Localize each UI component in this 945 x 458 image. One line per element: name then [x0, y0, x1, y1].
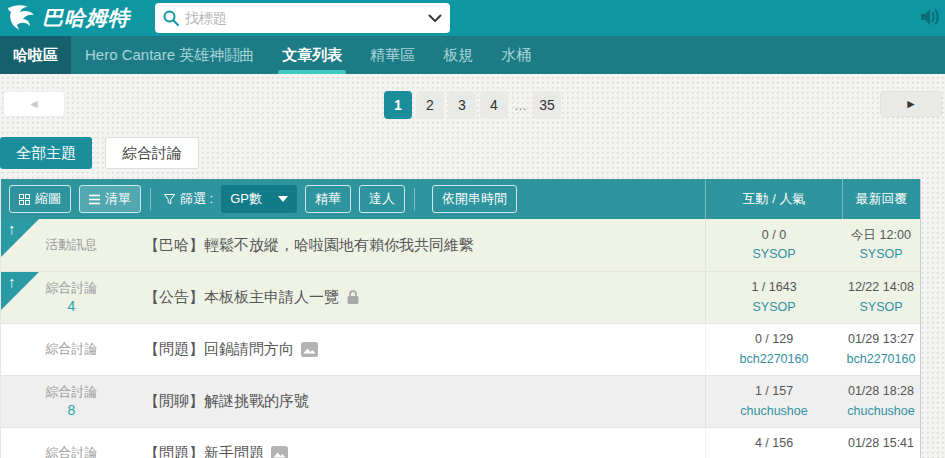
chevron-down-icon[interactable]: [428, 14, 442, 23]
author-link[interactable]: blackcat1765: [737, 454, 811, 458]
table-row: 綜合討論 8 【閒聊】解謎挑戰的序號 1 / 157 chuchushoe 01…: [1, 375, 920, 427]
sort-by-time-button[interactable]: 依開串時間: [432, 185, 517, 213]
interaction-cell: 1 / 1643 SYSOP: [705, 272, 842, 323]
reply-count-badge: 4: [68, 297, 76, 315]
topic-filter-tabs: 全部主題 綜合討論: [0, 137, 945, 169]
interaction-count: 4 / 156: [755, 434, 793, 453]
search-icon: [163, 10, 179, 26]
list-icon: [89, 194, 100, 205]
latest-reply-user-link[interactable]: SYSOP: [859, 245, 902, 264]
page-button-2[interactable]: 2: [416, 91, 444, 119]
toolbar-divider: [414, 188, 415, 210]
latest-reply-time: 12/22 14:08: [848, 278, 914, 297]
grid-icon: [19, 194, 30, 205]
nav-item-rules[interactable]: 板規: [429, 36, 487, 74]
topic-title-link[interactable]: 【公告】本板板主申請人一覽: [144, 288, 339, 307]
table-toolbar: 縮圖 清單 篩選 : GP數 精華 達人 依開串時間 互動 / 人氣 最新回覆: [1, 179, 920, 219]
interaction-cell: 4 / 156 blackcat1765: [705, 428, 842, 458]
board-nav: 哈啦區 Hero Cantare 英雄神鬪曲 文章列表 精華區 板規 水桶: [0, 36, 945, 74]
funnel-icon: [164, 194, 175, 205]
interaction-count: 1 / 1643: [751, 278, 796, 297]
featured-filter-button[interactable]: 精華: [305, 185, 351, 213]
latest-reply-time: 01/28 15:41: [848, 434, 914, 453]
latest-reply-cell: 01/29 13:27 bch2270160: [842, 324, 920, 375]
filter-label: 篩選 :: [164, 190, 213, 208]
latest-reply-cell: 01/28 18:28 chuchushoe: [842, 376, 920, 427]
tab-all-topics[interactable]: 全部主題: [0, 137, 92, 169]
pin-triangle: [1, 272, 39, 310]
topic-category: 綜合討論: [19, 428, 124, 458]
interaction-count: 1 / 157: [755, 382, 793, 401]
table-row: ↑ 綜合討論 4 【公告】本板板主申請人一覽 1 / 1643 SYSOP 12…: [1, 271, 920, 323]
gp-sort-select[interactable]: GP數: [221, 185, 297, 213]
nav-board-hala[interactable]: 哈啦區: [0, 36, 71, 74]
reply-count-badge: 8: [68, 401, 76, 419]
search-input[interactable]: [185, 10, 428, 26]
select-caret-icon: [278, 196, 288, 202]
nav-item-article-list[interactable]: 文章列表: [268, 36, 356, 74]
latest-reply-user-link[interactable]: blackcat1765: [844, 454, 918, 458]
dragon-logo-icon: [6, 4, 40, 32]
tab-general-discussion[interactable]: 綜合討論: [105, 137, 199, 169]
pin-arrow-icon: ↑: [8, 221, 16, 236]
author-link[interactable]: bch2270160: [740, 350, 809, 369]
latest-reply-cell: 12/22 14:08 SYSOP: [842, 272, 920, 323]
speaker-icon[interactable]: [919, 7, 941, 27]
author-link[interactable]: SYSOP: [752, 245, 795, 264]
topic-category: 綜合討論 8: [19, 376, 124, 427]
latest-reply-cell: 今日 12:00 SYSOP: [842, 219, 920, 271]
pin-arrow-icon: ↑: [8, 274, 16, 289]
latest-reply-time: 01/29 13:27: [848, 330, 914, 349]
latest-reply-time: 01/28 18:28: [848, 382, 914, 401]
interaction-count: 0 / 129: [755, 330, 793, 349]
lock-icon: [346, 290, 360, 305]
thumbnail-view-label: 縮圖: [35, 190, 61, 208]
gp-select-value: GP數: [230, 190, 262, 208]
latest-reply-time: 今日 12:00: [851, 226, 911, 245]
latest-reply-user-link[interactable]: chuchushoe: [847, 402, 914, 421]
interaction-cell: 1 / 157 chuchushoe: [705, 376, 842, 427]
page-button-35[interactable]: 35: [533, 91, 561, 119]
column-header-interaction[interactable]: 互動 / 人氣: [705, 179, 842, 219]
top-bar: 巴哈姆特: [0, 0, 945, 36]
table-row: ↑ 活動訊息 【巴哈】輕鬆不放縱，哈啦園地有賴你我共同維繫 0 / 0 SYSO…: [1, 219, 920, 271]
image-attachment-icon: [271, 446, 288, 458]
bahamut-logo[interactable]: 巴哈姆特: [6, 4, 130, 32]
topic-title-link[interactable]: 【問題】新手問題: [144, 444, 264, 458]
next-page-button[interactable]: ►: [880, 91, 942, 117]
interaction-count: 0 / 0: [762, 226, 786, 245]
nav-item-bucket[interactable]: 水桶: [487, 36, 545, 74]
table-row: 綜合討論 【問題】回鍋請問方向 0 / 129 bch2270160 01/29…: [1, 323, 920, 375]
interaction-cell: 0 / 0 SYSOP: [705, 219, 842, 271]
image-attachment-icon: [301, 342, 318, 357]
latest-reply-user-link[interactable]: SYSOP: [859, 298, 902, 317]
toolbar-divider: [150, 188, 151, 210]
page-button-1[interactable]: 1: [384, 91, 412, 119]
list-view-label: 清單: [105, 190, 131, 208]
topic-title-link[interactable]: 【閒聊】解謎挑戰的序號: [144, 392, 309, 411]
table-row: 綜合討論 【問題】新手問題 4 / 156 blackcat1765 01/28…: [1, 427, 920, 458]
page-ellipsis: …: [512, 98, 529, 113]
pagination: ◄ 1 2 3 4 … 35 ►: [0, 91, 945, 119]
latest-reply-cell: 01/28 15:41 blackcat1765: [842, 428, 920, 458]
author-link[interactable]: SYSOP: [752, 298, 795, 317]
prev-page-button[interactable]: ◄: [3, 91, 65, 117]
nav-item-hero-cantare[interactable]: Hero Cantare 英雄神鬪曲: [71, 36, 268, 74]
topic-title-link[interactable]: 【巴哈】輕鬆不放縱，哈啦園地有賴你我共同維繫: [144, 236, 474, 255]
interaction-cell: 0 / 129 bch2270160: [705, 324, 842, 375]
topic-category: 綜合討論: [19, 324, 124, 375]
topic-table: 縮圖 清單 篩選 : GP數 精華 達人 依開串時間 互動 / 人氣 最新回覆: [0, 179, 921, 458]
latest-reply-user-link[interactable]: bch2270160: [847, 350, 916, 369]
list-view-button[interactable]: 清單: [79, 185, 141, 213]
expert-filter-button[interactable]: 達人: [359, 185, 405, 213]
nav-item-featured[interactable]: 精華區: [356, 36, 429, 74]
page-button-3[interactable]: 3: [448, 91, 476, 119]
search-box[interactable]: [155, 3, 450, 33]
column-header-latest-reply[interactable]: 最新回覆: [842, 179, 920, 219]
pin-triangle: [1, 219, 39, 257]
author-link[interactable]: chuchushoe: [740, 402, 807, 421]
topic-title-link[interactable]: 【問題】回鍋請問方向: [144, 340, 294, 359]
thumbnail-view-button[interactable]: 縮圖: [9, 185, 71, 213]
page-button-4[interactable]: 4: [480, 91, 508, 119]
logo-text: 巴哈姆特: [42, 4, 130, 32]
